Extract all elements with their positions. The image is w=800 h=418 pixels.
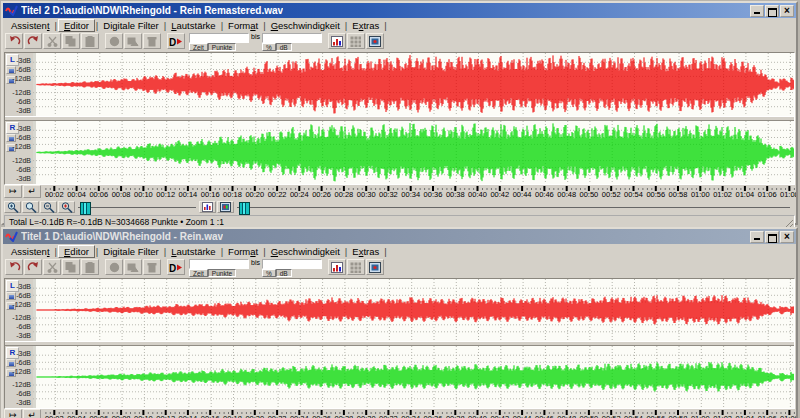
statistics-button[interactable]: [328, 33, 346, 49]
redo-button[interactable]: [24, 33, 42, 49]
menu-separator: |: [383, 20, 387, 31]
grid-button[interactable]: [347, 33, 365, 49]
unit-punkte-button[interactable]: Punkte: [208, 269, 236, 277]
zoom-full-button[interactable]: [4, 201, 21, 213]
waveform-left[interactable]: [33, 279, 794, 341]
unit-db-button[interactable]: dB: [276, 269, 292, 277]
db-label: -12dB: [12, 300, 31, 309]
grid-button[interactable]: [347, 259, 365, 275]
db-label: -6dB: [12, 165, 31, 174]
waveform-right[interactable]: [33, 121, 794, 184]
zoom-selection-button[interactable]: [58, 201, 75, 213]
unit-percent-button[interactable]: %: [262, 269, 276, 277]
svg-text:00:04: 00:04: [67, 190, 86, 199]
minimize-button[interactable]: [750, 231, 764, 243]
zoom-in-button[interactable]: [22, 201, 39, 213]
time-ruler[interactable]: 00:0200:0400:0600:0800:1000:1200:1400:16…: [3, 185, 796, 199]
waveform-left[interactable]: [33, 53, 794, 116]
position-slider-track[interactable]: [237, 207, 790, 208]
monitor-button[interactable]: [366, 33, 384, 49]
statistics-mini-button[interactable]: [199, 201, 216, 213]
menu-item-geschwindigkeit[interactable]: Geschwindigkeit: [267, 245, 344, 258]
menu-item-digitale-filter[interactable]: Digitale Filter: [99, 19, 162, 32]
unit-percent-button[interactable]: %: [262, 43, 276, 51]
svg-text:00:16: 00:16: [201, 414, 220, 418]
undo-icon: [8, 36, 21, 47]
menu-item-assistent[interactable]: Assistent: [7, 19, 54, 32]
menu-item-lautst-rke[interactable]: Lautstärke: [167, 19, 219, 32]
cut-button[interactable]: [43, 33, 61, 49]
replace-button[interactable]: [124, 33, 142, 49]
copy-button[interactable]: [62, 33, 80, 49]
menu-item-geschwindigkeit[interactable]: Geschwindigkeit: [267, 19, 344, 32]
menu-bar: Assistent|Editor|Digitale Filter|Lautstä…: [3, 18, 796, 32]
unit-punkte-button[interactable]: Punkte: [208, 43, 236, 51]
db-scale-top: -3dB-6dB-12dB: [12, 124, 31, 151]
menu-item-extras[interactable]: Extras: [348, 245, 383, 258]
selection-play-button[interactable]: D: [167, 259, 185, 275]
unit-db-button[interactable]: dB: [276, 43, 292, 51]
delete-button[interactable]: [143, 33, 161, 49]
monitor-button[interactable]: [366, 259, 384, 275]
menu-item-editor[interactable]: Editor: [58, 245, 95, 258]
zoom-out-button[interactable]: [40, 201, 57, 213]
close-button[interactable]: ×: [780, 231, 794, 243]
menu-item-lautst-rke[interactable]: Lautstärke: [167, 245, 219, 258]
svg-text:00:10: 00:10: [134, 190, 153, 199]
insert-icon: [109, 36, 120, 47]
maximize-button[interactable]: [765, 231, 779, 243]
svg-text:00:44: 00:44: [513, 190, 532, 199]
goto-start-button[interactable]: ↵: [23, 185, 41, 198]
menu-item-assistent[interactable]: Assistent: [7, 245, 54, 258]
zoom-slider-handle[interactable]: [80, 202, 91, 215]
goto-end-button[interactable]: ↦: [4, 409, 22, 418]
menu-item-extras[interactable]: Extras: [348, 19, 383, 32]
waveform-right[interactable]: [33, 346, 794, 408]
goto-end-button[interactable]: ↦: [4, 185, 22, 198]
replace-button[interactable]: [124, 259, 142, 275]
insert-button[interactable]: [105, 259, 123, 275]
titlebar[interactable]: Titel 2 D:\audio\NDW\Rheingold - Rein Re…: [3, 3, 796, 18]
menu-item-format[interactable]: Format: [224, 19, 262, 32]
copy-button[interactable]: [62, 259, 80, 275]
svg-text:00:30: 00:30: [357, 190, 376, 199]
position-slider-handle[interactable]: [239, 202, 250, 215]
redo-button[interactable]: [24, 259, 42, 275]
goto-start-icon: ↵: [28, 186, 36, 196]
selection-play-button[interactable]: D: [167, 33, 185, 49]
undo-button[interactable]: [5, 33, 23, 49]
close-button[interactable]: ×: [780, 5, 794, 17]
time-ruler-ticks: 00:0200:0400:0600:0800:1000:1200:1400:16…: [3, 185, 796, 199]
menu-item-editor[interactable]: Editor: [58, 19, 95, 32]
close-icon: ×: [784, 231, 790, 242]
time-ruler[interactable]: 00:0200:0400:0600:0800:1000:1200:1400:16…: [3, 409, 796, 418]
zoom-slider-track[interactable]: [78, 207, 196, 208]
monitor-icon: [369, 262, 381, 273]
goto-start-button[interactable]: ↵: [23, 409, 41, 418]
unit-zeit-button[interactable]: Zeit: [189, 269, 208, 277]
statistics-button[interactable]: [328, 259, 346, 275]
db-label: -12dB: [12, 74, 31, 83]
db-scale-top: -3dB-6dB-12dB: [12, 349, 31, 376]
minimize-button[interactable]: [750, 5, 764, 17]
paste-icon: [85, 36, 96, 47]
paste-button[interactable]: [81, 33, 99, 49]
monitor-mini-button[interactable]: [217, 201, 234, 213]
menu-item-format[interactable]: Format: [224, 245, 262, 258]
cut-button[interactable]: [43, 259, 61, 275]
svg-text:01:06: 01:06: [758, 414, 777, 418]
selection-to-input[interactable]: [262, 259, 322, 269]
insert-button[interactable]: [105, 33, 123, 49]
undo-button[interactable]: [5, 259, 23, 275]
selection-from-input[interactable]: [189, 33, 249, 43]
paste-button[interactable]: [81, 259, 99, 275]
delete-button[interactable]: [143, 259, 161, 275]
goto-end-icon: ↦: [9, 186, 17, 196]
selection-to-input[interactable]: [262, 33, 322, 43]
unit-zeit-button[interactable]: Zeit: [189, 43, 208, 51]
window-controls: ×: [750, 231, 794, 243]
selection-from-input[interactable]: [189, 259, 249, 269]
menu-item-digitale-filter[interactable]: Digitale Filter: [99, 245, 162, 258]
maximize-button[interactable]: [765, 5, 779, 17]
titlebar[interactable]: Titel 1 D:\audio\NDW\Rheingold - Rein.wa…: [3, 229, 796, 244]
